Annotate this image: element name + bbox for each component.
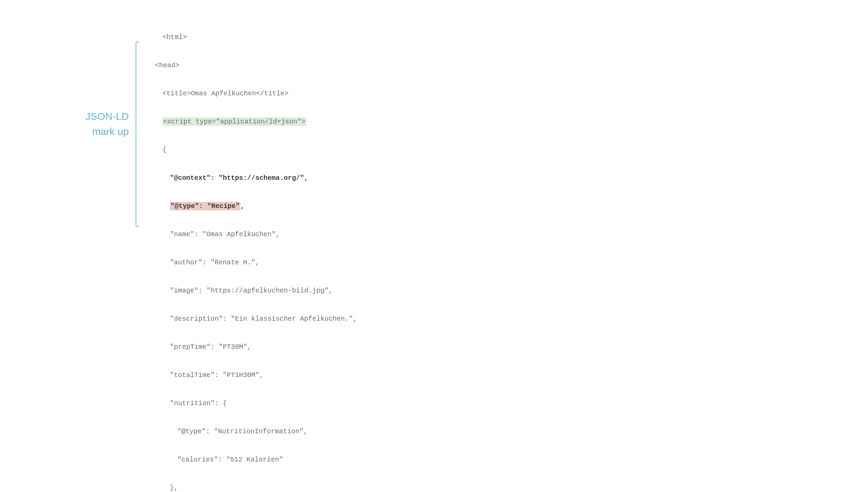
code-line-script-open: <script type="application/ld+json"> xyxy=(147,117,542,126)
code-line-author: "author": "Renate H.", xyxy=(147,258,542,267)
code-line-title: <title>Omas Apfelkuchen</title> xyxy=(147,89,542,98)
code-line-calories: "calories": "512 Kalorien" xyxy=(147,455,542,464)
code-line-brace-open: { xyxy=(147,145,542,154)
code-line-nutrition-open: "nutrition": { xyxy=(147,399,542,408)
annotation-label-area: JSON-LD mark up xyxy=(68,14,136,139)
code-line-preptime: "prepTime": "PT30M", xyxy=(147,342,542,352)
code-line-nutrition-close: }, xyxy=(147,483,542,492)
code-line-name: "name": "Omas Apfelkuchen", xyxy=(147,230,542,239)
annotation-label-line2: mark up xyxy=(92,126,129,137)
type-highlight: "@type": "Recipe" xyxy=(170,202,240,210)
code-line-totaltime: "totalTime": "PT1H30M", xyxy=(147,371,542,380)
annotation-bracket xyxy=(136,42,139,227)
code-diagram-container: JSON-LD mark up <html> <head> <title>Oma… xyxy=(68,14,542,492)
code-line-head-open: <head> xyxy=(147,61,542,70)
code-line-nutrition-type: "@type": "NutritionInformation", xyxy=(147,427,542,436)
code-line-type: "@type": "Recipe", xyxy=(147,202,542,211)
annotation-label-line1: JSON-LD xyxy=(85,111,129,122)
code-line-description: "description": "Ein klassischer Apfelkuc… xyxy=(147,314,542,323)
code-block: <html> <head> <title>Omas Apfelkuchen</t… xyxy=(139,14,542,492)
code-line-image: "image": "https://apfelkuchen-bild.jpg", xyxy=(147,286,542,295)
code-line-context: "@context": "https://schema.org/", xyxy=(147,173,542,183)
script-open-highlight: <script type="application/ld+json"> xyxy=(162,117,306,126)
code-line-html-open: <html> xyxy=(147,33,542,42)
annotation-label: JSON-LD mark up xyxy=(68,109,129,139)
